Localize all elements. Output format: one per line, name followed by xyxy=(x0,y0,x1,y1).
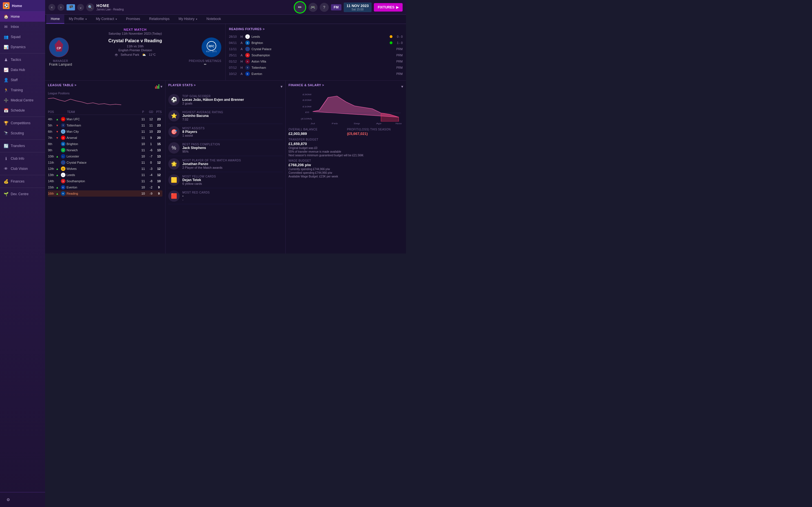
sidebar-item-medical[interactable]: ➕ Medical Centre xyxy=(0,95,45,105)
help-button[interactable]: ? xyxy=(320,3,329,12)
fixture-team: Aston Villa xyxy=(252,60,395,63)
row-pts: 15 xyxy=(156,142,162,146)
row-team: Wolves xyxy=(66,167,139,170)
row-played: 11 xyxy=(140,173,147,177)
table-row: 14th S Southampton 11 -8 10 xyxy=(48,178,162,184)
row-arrow-icon: ▼ xyxy=(56,136,60,139)
sidebar-item-tactics[interactable]: ♟ Tactics xyxy=(0,55,45,65)
stat-value: - xyxy=(183,198,283,202)
sidebar-item-schedule[interactable]: 📅 Schedule xyxy=(0,105,45,115)
sidebar-item-home[interactable]: 🏠 Home xyxy=(0,11,45,22)
sidebar-item-training[interactable]: 🏃 Training xyxy=(0,85,45,95)
fixture-date: 01/12 xyxy=(229,60,238,63)
transfer-budget-value: £1,659,870 xyxy=(289,142,403,146)
previous-count: •• xyxy=(189,62,221,66)
fixtures-arrow-icon: ▶ xyxy=(396,5,399,9)
row-team: Man UFC xyxy=(66,117,139,121)
edit-button[interactable]: ✏ xyxy=(294,1,306,13)
svg-text:Apr: Apr xyxy=(376,122,382,124)
stat-item: 🟨 MOST YELLOW CARDS Dejan Tetek 6 yellow… xyxy=(168,172,283,188)
search-button[interactable]: 🔍 xyxy=(86,3,94,11)
player-stats-collapse[interactable]: ▾ xyxy=(281,84,283,89)
table-row: 13th ▲ L Leeds 11 -4 12 xyxy=(48,172,162,178)
status-dot xyxy=(390,35,393,38)
svg-text:£10M: £10M xyxy=(303,105,311,108)
my-history-arrow-icon: ▾ xyxy=(195,18,198,20)
fixture-badge: B xyxy=(245,41,250,45)
row-team: Man City xyxy=(66,130,139,133)
tab-notebook[interactable]: Notebook xyxy=(202,15,225,24)
club-info-icon: ℹ xyxy=(3,156,8,161)
sidebar-item-club-vision[interactable]: 👁 Club Vision xyxy=(0,164,45,174)
sidebar-item-squad[interactable]: 👥 Squad xyxy=(0,32,45,42)
sidebar-item-dev-centre[interactable]: 🌱 Dev. Centre xyxy=(0,189,45,199)
page-subtitle: James Law - Reading xyxy=(96,8,292,11)
fixtures-list: 28/10 H L Leeds 0 - 0 04/11 A B Brighton… xyxy=(229,34,403,77)
fixture-team: Tottenham xyxy=(252,66,395,69)
sidebar-label-data-hub: Data Hub xyxy=(11,68,25,72)
tab-relationships[interactable]: Relationships xyxy=(145,15,174,24)
fixture-team: Brighton xyxy=(252,41,388,45)
stat-icon: 🎯 xyxy=(168,126,180,137)
sidebar-item-dynamics[interactable]: 📊 Dynamics xyxy=(0,42,45,52)
date-display: 11 NOV 2023 xyxy=(347,4,369,8)
row-team: Crystal Palace xyxy=(66,161,139,164)
sidebar-item-data-hub[interactable]: 📈 Data Hub xyxy=(0,65,45,75)
league-table-panel: LEAGUE TABLE > ▾ League Positions xyxy=(45,80,165,253)
row-pos: 7th xyxy=(48,136,55,139)
weather-icon: ⛅ xyxy=(142,53,146,57)
stat-value: 2 Player of the Match awards xyxy=(183,166,283,169)
row-played: 11 xyxy=(140,167,147,170)
row-pts: 23 xyxy=(156,130,162,133)
sidebar-label-transfers: Transfers xyxy=(11,144,25,148)
finance-title[interactable]: FINANCE & SALARY > xyxy=(289,83,324,87)
fixture-venue: A xyxy=(240,72,244,75)
row-played: 10 xyxy=(140,142,147,146)
finance-collapse[interactable]: ▾ xyxy=(401,84,403,89)
sidebar-item-competitions[interactable]: 🏆 Competitions xyxy=(0,118,45,128)
away-team-logo: RFC EST. 1871 xyxy=(202,38,221,57)
fixture-row: 07/12 H T Tottenham PRM xyxy=(229,64,403,71)
stat-category: MOST RED CARDS xyxy=(183,191,283,194)
sidebar-item-transfers[interactable]: 🔄 Transfers xyxy=(0,141,45,151)
tactics-button[interactable]: 🎮 xyxy=(308,3,317,12)
row-badge: A xyxy=(61,135,65,140)
fixtures-section-title[interactable]: READING FIXTURES > xyxy=(229,27,403,31)
row-pos: 12th xyxy=(48,167,55,170)
inbox-icon: ✉ xyxy=(3,24,8,29)
finance-chart: £30M £20M £10M £0 (£10M) Jul Feb xyxy=(289,92,403,126)
sidebar-label-finances: Finances xyxy=(11,179,24,183)
fixture-team: Everton xyxy=(252,72,395,75)
sidebar-item-staff[interactable]: 👤 Staff xyxy=(0,75,45,85)
tab-my-history[interactable]: My History ▾ xyxy=(174,15,202,24)
fixtures-button[interactable]: FIXTURES ▶ xyxy=(374,3,403,11)
tab-my-contract[interactable]: My Contract ▾ xyxy=(91,15,121,24)
stat-item: 🎯 MOST ASSISTS 8 Players 1 assist xyxy=(168,124,283,140)
league-table-title[interactable]: LEAGUE TABLE > xyxy=(48,83,77,87)
profit-label: PROFIT/(LOSS) THIS SEASON xyxy=(347,128,403,131)
league-table-collapse[interactable]: ▾ xyxy=(160,84,162,89)
club-vision-icon: 👁 xyxy=(3,166,8,171)
row-team: Brighton xyxy=(66,142,139,146)
row-badge: B xyxy=(61,142,65,146)
row-played: 11 xyxy=(140,124,147,127)
training-icon: 🏃 xyxy=(3,88,8,93)
sidebar-item-scouting[interactable]: 🔭 Scouting xyxy=(0,128,45,138)
fm-button[interactable]: FM xyxy=(331,4,342,10)
nav-arrows-button[interactable]: ⌄ xyxy=(77,4,84,11)
player-stats-title[interactable]: PLAYER STATS > xyxy=(168,83,196,87)
tab-promises[interactable]: Promises xyxy=(121,15,145,24)
tab-my-profile[interactable]: My Profile ▾ xyxy=(64,15,91,24)
row-gd: 1 xyxy=(148,142,154,146)
sidebar-item-inbox[interactable]: ✉ Inbox xyxy=(0,22,45,32)
topbar: ‹ › 🏴 ⌄ 🔍 HOME James Law - Reading ✏ 🎮 ?… xyxy=(45,0,406,15)
tab-home[interactable]: Home xyxy=(46,15,64,24)
page-title: HOME xyxy=(96,3,292,8)
sidebar-item-finances[interactable]: 💰 Finances xyxy=(0,176,45,186)
stat-value: 1 assist xyxy=(183,134,283,137)
svg-text:£30M: £30M xyxy=(303,93,311,96)
back-button[interactable]: ‹ xyxy=(49,4,55,11)
row-badge: M xyxy=(61,117,65,121)
forward-button[interactable]: › xyxy=(57,4,64,11)
sidebar-item-club-info[interactable]: ℹ Club Info xyxy=(0,154,45,164)
